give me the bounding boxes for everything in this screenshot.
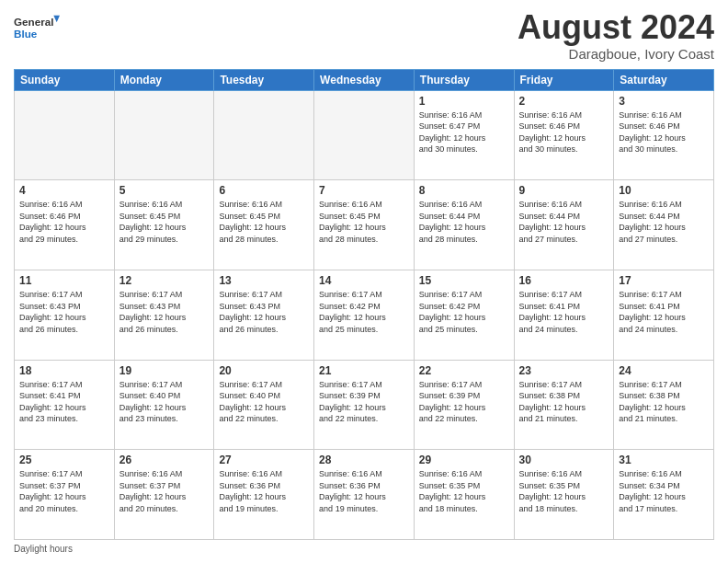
day-number: 16	[519, 274, 609, 287]
day-info: Sunrise: 6:16 AMSunset: 6:46 PMDaylight:…	[19, 199, 109, 245]
day-info: Sunrise: 6:16 AMSunset: 6:44 PMDaylight:…	[419, 199, 509, 245]
table-row: 9Sunrise: 6:16 AMSunset: 6:44 PMDaylight…	[514, 180, 614, 270]
header-tuesday: Tuesday	[214, 69, 314, 90]
day-info: Sunrise: 6:17 AMSunset: 6:38 PMDaylight:…	[619, 379, 709, 425]
calendar-header-row: Sunday Monday Tuesday Wednesday Thursday…	[15, 69, 714, 90]
day-info: Sunrise: 6:17 AMSunset: 6:39 PMDaylight:…	[419, 379, 509, 425]
table-row: 22Sunrise: 6:17 AMSunset: 6:39 PMDayligh…	[414, 360, 514, 450]
calendar-week-3: 11Sunrise: 6:17 AMSunset: 6:43 PMDayligh…	[15, 270, 714, 360]
day-info: Sunrise: 6:17 AMSunset: 6:43 PMDaylight:…	[119, 289, 210, 335]
header-friday: Friday	[514, 69, 614, 90]
day-info: Sunrise: 6:16 AMSunset: 6:36 PMDaylight:…	[319, 468, 409, 514]
table-row: 25Sunrise: 6:17 AMSunset: 6:37 PMDayligh…	[15, 450, 115, 540]
day-info: Sunrise: 6:17 AMSunset: 6:39 PMDaylight:…	[319, 379, 409, 425]
table-row: 14Sunrise: 6:17 AMSunset: 6:42 PMDayligh…	[314, 270, 415, 360]
day-info: Sunrise: 6:17 AMSunset: 6:42 PMDaylight:…	[319, 289, 409, 335]
svg-text:Blue: Blue	[14, 28, 38, 40]
day-number: 4	[19, 184, 109, 197]
day-number: 3	[619, 95, 709, 108]
day-number: 6	[219, 184, 309, 197]
day-number: 2	[519, 95, 609, 108]
table-row: 16Sunrise: 6:17 AMSunset: 6:41 PMDayligh…	[514, 270, 614, 360]
day-info: Sunrise: 6:17 AMSunset: 6:38 PMDaylight:…	[519, 379, 609, 425]
table-row: 2Sunrise: 6:16 AMSunset: 6:46 PMDaylight…	[514, 90, 614, 180]
table-row	[314, 90, 415, 180]
calendar-week-2: 4Sunrise: 6:16 AMSunset: 6:46 PMDaylight…	[15, 180, 714, 270]
header-wednesday: Wednesday	[314, 69, 415, 90]
logo-svg: General Blue	[14, 9, 60, 46]
footer-note: Daylight hours	[14, 544, 714, 554]
calendar-week-5: 25Sunrise: 6:17 AMSunset: 6:37 PMDayligh…	[15, 450, 714, 540]
day-number: 25	[19, 454, 109, 466]
day-number: 10	[619, 184, 709, 197]
table-row: 28Sunrise: 6:16 AMSunset: 6:36 PMDayligh…	[314, 450, 415, 540]
table-row: 4Sunrise: 6:16 AMSunset: 6:46 PMDaylight…	[15, 180, 115, 270]
day-number: 19	[119, 364, 210, 377]
day-info: Sunrise: 6:16 AMSunset: 6:35 PMDaylight:…	[519, 468, 609, 514]
table-row: 24Sunrise: 6:17 AMSunset: 6:38 PMDayligh…	[614, 360, 714, 450]
day-number: 18	[19, 364, 109, 377]
day-number: 20	[219, 364, 309, 377]
table-row: 20Sunrise: 6:17 AMSunset: 6:40 PMDayligh…	[214, 360, 314, 450]
day-number: 23	[519, 364, 609, 377]
day-number: 21	[319, 364, 409, 377]
header-saturday: Saturday	[614, 69, 714, 90]
table-row	[114, 90, 214, 180]
svg-marker-2	[53, 16, 60, 23]
table-row	[214, 90, 314, 180]
location-subtitle: Daragboue, Ivory Coast	[518, 46, 714, 62]
table-row: 6Sunrise: 6:16 AMSunset: 6:45 PMDaylight…	[214, 180, 314, 270]
day-number: 28	[319, 454, 409, 466]
day-info: Sunrise: 6:17 AMSunset: 6:40 PMDaylight:…	[219, 379, 309, 425]
table-row: 1Sunrise: 6:16 AMSunset: 6:47 PMDaylight…	[414, 90, 514, 180]
day-number: 29	[419, 454, 509, 466]
day-info: Sunrise: 6:16 AMSunset: 6:44 PMDaylight:…	[519, 199, 609, 245]
day-info: Sunrise: 6:16 AMSunset: 6:46 PMDaylight:…	[619, 109, 709, 155]
header-thursday: Thursday	[414, 69, 514, 90]
day-info: Sunrise: 6:16 AMSunset: 6:36 PMDaylight:…	[219, 468, 309, 514]
month-year-title: August 2024	[518, 9, 714, 46]
table-row: 3Sunrise: 6:16 AMSunset: 6:46 PMDaylight…	[614, 90, 714, 180]
table-row: 17Sunrise: 6:17 AMSunset: 6:41 PMDayligh…	[614, 270, 714, 360]
day-info: Sunrise: 6:17 AMSunset: 6:37 PMDaylight:…	[19, 468, 109, 514]
day-info: Sunrise: 6:16 AMSunset: 6:45 PMDaylight:…	[119, 199, 210, 245]
day-info: Sunrise: 6:16 AMSunset: 6:45 PMDaylight:…	[219, 199, 309, 245]
table-row: 18Sunrise: 6:17 AMSunset: 6:41 PMDayligh…	[15, 360, 115, 450]
table-row: 12Sunrise: 6:17 AMSunset: 6:43 PMDayligh…	[114, 270, 214, 360]
table-row: 5Sunrise: 6:16 AMSunset: 6:45 PMDaylight…	[114, 180, 214, 270]
day-info: Sunrise: 6:17 AMSunset: 6:43 PMDaylight:…	[219, 289, 309, 335]
day-info: Sunrise: 6:17 AMSunset: 6:42 PMDaylight:…	[419, 289, 509, 335]
table-row: 19Sunrise: 6:17 AMSunset: 6:40 PMDayligh…	[114, 360, 214, 450]
table-row: 30Sunrise: 6:16 AMSunset: 6:35 PMDayligh…	[514, 450, 614, 540]
calendar-week-4: 18Sunrise: 6:17 AMSunset: 6:41 PMDayligh…	[15, 360, 714, 450]
day-info: Sunrise: 6:17 AMSunset: 6:43 PMDaylight:…	[19, 289, 109, 335]
day-info: Sunrise: 6:16 AMSunset: 6:44 PMDaylight:…	[619, 199, 709, 245]
day-number: 9	[519, 184, 609, 197]
title-block: August 2024 Daragboue, Ivory Coast	[518, 9, 714, 62]
header-sunday: Sunday	[15, 69, 115, 90]
table-row: 11Sunrise: 6:17 AMSunset: 6:43 PMDayligh…	[15, 270, 115, 360]
table-row: 10Sunrise: 6:16 AMSunset: 6:44 PMDayligh…	[614, 180, 714, 270]
day-number: 22	[419, 364, 509, 377]
table-row: 13Sunrise: 6:17 AMSunset: 6:43 PMDayligh…	[214, 270, 314, 360]
page-container: General Blue August 2024 Daragboue, Ivor…	[0, 0, 728, 563]
day-number: 15	[419, 274, 509, 287]
day-number: 14	[319, 274, 409, 287]
day-number: 1	[419, 95, 509, 108]
day-number: 30	[519, 454, 609, 466]
table-row	[15, 90, 115, 180]
header-monday: Monday	[114, 69, 214, 90]
day-info: Sunrise: 6:16 AMSunset: 6:34 PMDaylight:…	[619, 468, 709, 514]
day-number: 12	[119, 274, 210, 287]
table-row: 27Sunrise: 6:16 AMSunset: 6:36 PMDayligh…	[214, 450, 314, 540]
table-row: 7Sunrise: 6:16 AMSunset: 6:45 PMDaylight…	[314, 180, 415, 270]
day-info: Sunrise: 6:16 AMSunset: 6:46 PMDaylight:…	[519, 109, 609, 155]
day-number: 27	[219, 454, 309, 466]
day-number: 11	[19, 274, 109, 287]
page-header: General Blue August 2024 Daragboue, Ivor…	[14, 9, 714, 62]
day-info: Sunrise: 6:17 AMSunset: 6:40 PMDaylight:…	[119, 379, 210, 425]
table-row: 23Sunrise: 6:17 AMSunset: 6:38 PMDayligh…	[514, 360, 614, 450]
day-number: 8	[419, 184, 509, 197]
table-row: 8Sunrise: 6:16 AMSunset: 6:44 PMDaylight…	[414, 180, 514, 270]
day-info: Sunrise: 6:16 AMSunset: 6:35 PMDaylight:…	[419, 468, 509, 514]
